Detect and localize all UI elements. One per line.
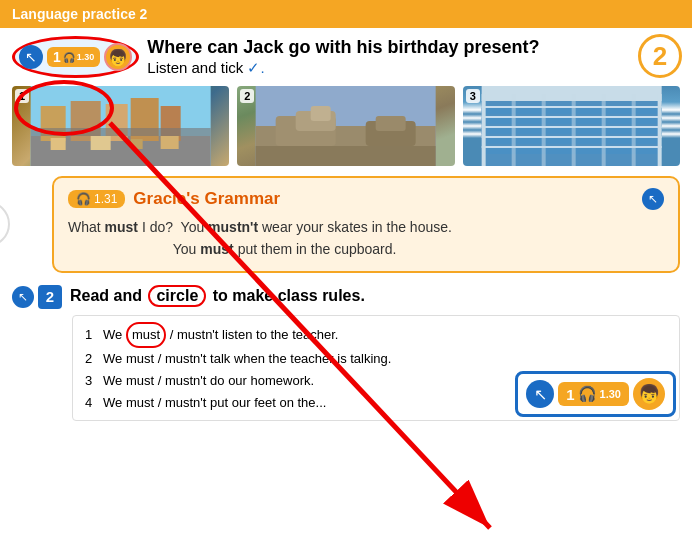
svg-rect-38 xyxy=(631,94,635,166)
grammar-title: Gracie's Grammar xyxy=(133,189,280,209)
cursor-btn[interactable]: ↖ xyxy=(19,45,43,69)
section2-row: ↖ 2 Read and circle to make class rules. xyxy=(12,285,680,309)
must-circle: must xyxy=(126,322,166,348)
section1-badge-group: ↖ 1 🎧 1.30 👦 xyxy=(12,36,139,78)
grammar-header: 🎧 1.31 Gracie's Grammar ↖ xyxy=(68,188,664,210)
rule-2: 2 We must / mustn't talk when the teache… xyxy=(85,348,667,370)
section2-num-badge: 2 xyxy=(38,285,62,309)
svg-rect-32 xyxy=(481,94,485,166)
section2-badge-group: ↖ 2 xyxy=(12,285,62,309)
image-3 xyxy=(463,86,680,166)
badge-audio: 1.30 xyxy=(77,52,95,62)
circle-word: circle xyxy=(148,285,206,307)
bottom-cursor-btn[interactable]: ↖ xyxy=(526,380,554,408)
image-1-number: 1 xyxy=(15,89,29,103)
image-3-container: 3 xyxy=(463,86,680,166)
svg-rect-34 xyxy=(511,94,515,166)
question-sub: Listen and tick ✓. xyxy=(147,59,680,77)
header-bar: Language practice 2 xyxy=(0,0,692,28)
svg-rect-8 xyxy=(51,138,66,150)
svg-rect-18 xyxy=(376,116,406,131)
image-1 xyxy=(12,86,229,166)
svg-rect-19 xyxy=(256,146,436,166)
images-row: 1 2 xyxy=(12,86,680,166)
svg-rect-16 xyxy=(311,106,331,121)
bottom-badge: ↖ 1 🎧 1.30 👦 xyxy=(515,371,676,417)
grammar-line1: What must I do? You mustn't wear your sk… xyxy=(68,216,664,238)
image-2-container: 2 xyxy=(237,86,454,166)
must-bold2: must xyxy=(200,241,233,257)
svg-rect-9 xyxy=(91,136,111,150)
section2-title-post: to make class rules. xyxy=(213,287,365,304)
bottom-audio-num: 1.30 xyxy=(600,388,621,400)
svg-rect-36 xyxy=(571,94,575,166)
bottom-face: 👦 xyxy=(633,378,665,410)
grammar-line2: You must put them in the cupboard. xyxy=(68,238,664,260)
svg-rect-37 xyxy=(601,94,605,166)
section1-header: ↖ 1 🎧 1.30 👦 Where can Jack go with his … xyxy=(12,36,680,78)
svg-rect-11 xyxy=(161,136,179,149)
number-badge: 1 🎧 1.30 xyxy=(47,47,100,67)
image-1-container: 1 xyxy=(12,86,229,166)
question-block: Where can Jack go with his birthday pres… xyxy=(147,36,680,77)
subtext: Listen and tick xyxy=(147,59,243,76)
question-title: Where can Jack go with his birthday pres… xyxy=(147,36,680,59)
badge-number: 1 xyxy=(53,49,61,65)
grammar-audio-num: 1.31 xyxy=(94,192,117,206)
bottom-headphone-icon: 🎧 xyxy=(578,385,597,403)
image-2 xyxy=(237,86,454,166)
svg-rect-7 xyxy=(31,128,211,136)
grammar-section: 🐐 🎧 1.31 Gracie's Grammar ↖ What must I … xyxy=(12,176,680,273)
bottom-num-badge: 1 🎧 1.30 xyxy=(558,382,629,406)
grammar-audio-badge[interactable]: 🎧 1.31 xyxy=(68,190,125,208)
grammar-box: 🎧 1.31 Gracie's Grammar ↖ What must I do… xyxy=(52,176,680,273)
section2-cursor[interactable]: ↖ xyxy=(12,286,34,308)
character-face: 👦 xyxy=(104,43,132,71)
grammar-text: What must I do? You mustn't wear your sk… xyxy=(68,216,664,261)
main-content: 2 ↖ 1 🎧 1.30 👦 Where can Jack go with hi… xyxy=(0,28,692,429)
bottom-num: 1 xyxy=(566,386,574,403)
headphone-icon2: 🎧 xyxy=(76,192,91,206)
svg-rect-33 xyxy=(657,94,661,166)
section2-title-pre: Read and xyxy=(70,287,142,304)
grammar-animal: 🐐 xyxy=(0,201,10,247)
header-title: Language practice 2 xyxy=(12,6,147,22)
tick-icon: ✓. xyxy=(247,59,264,76)
svg-rect-10 xyxy=(131,139,143,149)
must-bold1: must xyxy=(105,219,138,235)
grammar-cursor-btn[interactable]: ↖ xyxy=(642,188,664,210)
headphone-icon: 🎧 xyxy=(63,52,75,63)
mustnt-bold: mustn't xyxy=(208,219,258,235)
svg-rect-35 xyxy=(541,94,545,166)
section2-title: Read and circle to make class rules. xyxy=(70,285,365,307)
image-2-number: 2 xyxy=(240,89,254,103)
image-3-number: 3 xyxy=(466,89,480,103)
rule-1: 1 We must / mustn't listen to the teache… xyxy=(85,322,667,348)
